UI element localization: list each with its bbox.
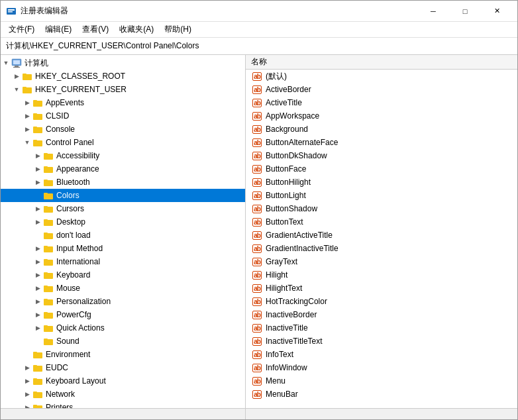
table-row[interactable]: abGradientInactiveTitle — [246, 242, 517, 255]
reg-entry-name: HotTrackingColor — [266, 297, 327, 306]
table-row[interactable]: abHotTrackingColor — [246, 295, 517, 308]
table-row[interactable]: abBackground — [246, 123, 517, 136]
table-row[interactable]: abInactiveTitle — [246, 321, 517, 335]
tree-row-international[interactable]: ▶ International — [1, 255, 245, 268]
reg-entry-name: InactiveTitleText — [266, 337, 323, 346]
table-row[interactable]: ab(默认) — [246, 70, 517, 83]
table-row[interactable]: abActiveTitle — [246, 96, 517, 109]
folder-icon-hkcr — [22, 71, 32, 81]
expander-international: ▶ — [32, 256, 43, 267]
title-bar-left: 注册表编辑器 — [6, 5, 68, 17]
tree-row-sound[interactable]: ▶ Sound — [1, 335, 245, 348]
table-row[interactable]: abHilight — [246, 268, 517, 282]
expander-clsid: ▶ — [22, 111, 32, 121]
right-pane[interactable]: 名称 ab(默认)abActiveBorderabActiveTitleabAp… — [246, 55, 517, 408]
expander-appevents: ▶ — [22, 97, 32, 108]
label-printers: Printers — [46, 403, 73, 408]
svg-rect-20 — [44, 153, 48, 155]
reg-entry-name: ButtonAlternateFace — [266, 138, 338, 147]
table-row[interactable]: abButtonHilight — [246, 176, 517, 189]
maximize-button[interactable]: □ — [450, 1, 480, 21]
table-row[interactable]: abInactiveTitleText — [246, 335, 517, 348]
svg-rect-4 — [13, 60, 20, 64]
tree-row-desktop[interactable]: ▶ Desktop — [1, 215, 245, 229]
table-row[interactable]: abInactiveBorder — [246, 308, 517, 321]
table-row[interactable]: abHilightText — [246, 282, 517, 295]
tree-row-hkcu[interactable]: ▼ HKEY_CURRENT_USER — [1, 83, 245, 96]
tree-row-printers[interactable]: ▶ Printers — [1, 401, 245, 408]
reg-ab-label: ab — [252, 152, 262, 160]
reg-ab-label: ab — [252, 337, 262, 346]
reg-entry-name: Hilight — [266, 270, 287, 280]
folder-icon — [32, 97, 43, 108]
label-quickactions: Quick Actions — [56, 323, 105, 333]
menu-file[interactable]: 文件(F) — [3, 23, 40, 36]
folder-icon — [32, 349, 43, 360]
close-button[interactable]: ✕ — [482, 1, 512, 21]
tree-row-inputmethod[interactable]: ▶ Input Method — [1, 242, 245, 255]
table-row[interactable]: abMenu — [246, 374, 517, 388]
table-row[interactable]: abInfoText — [246, 348, 517, 361]
reg-entry-name: ButtonDkShadow — [266, 151, 327, 160]
tree-row-cursors[interactable]: ▶ Cursors — [1, 202, 245, 215]
tree-row-controlpanel[interactable]: ▼ Control Panel — [1, 136, 245, 149]
left-pane[interactable]: ▼ 计算机 — [1, 55, 246, 408]
expander-console: ▶ — [22, 124, 32, 134]
table-row[interactable]: abButtonFace — [246, 162, 517, 176]
tree-row-appearance[interactable]: ▶ Appearance — [1, 162, 245, 176]
horizontal-scroll-area[interactable] — [1, 408, 517, 419]
tree-row-mouse[interactable]: ▶ Mouse — [1, 282, 245, 295]
tree-row-bluetooth[interactable]: ▶ Bluetooth — [1, 176, 245, 189]
reg-ab-label: ab — [252, 311, 262, 319]
tree-row-computer[interactable]: ▼ 计算机 — [1, 56, 245, 70]
tree-row-accessibility[interactable]: ▶ Accessibility — [1, 149, 245, 162]
table-row[interactable]: abAppWorkspace — [246, 109, 517, 123]
table-row[interactable]: abButtonShadow — [246, 202, 517, 215]
tree-row-colors[interactable]: ▶ Colors — [1, 189, 245, 202]
folder-icon — [32, 124, 43, 134]
reg-type-icon: ab — [251, 242, 263, 254]
table-row[interactable]: abButtonLight — [246, 189, 517, 202]
tree-row-console[interactable]: ▶ Console — [1, 123, 245, 136]
table-row[interactable]: abInfoWindow — [246, 361, 517, 374]
tree-row-clsid[interactable]: ▶ CLSID — [1, 109, 245, 123]
left-hscroll[interactable] — [1, 408, 246, 419]
label-environment: Environment — [46, 350, 90, 359]
tree-row-eudc[interactable]: ▶ EUDC — [1, 361, 245, 374]
table-row[interactable]: abButtonText — [246, 215, 517, 229]
svg-rect-28 — [44, 206, 48, 208]
menu-view[interactable]: 查看(V) — [77, 23, 114, 36]
reg-type-icon: ab — [251, 110, 263, 122]
reg-type-icon: ab — [251, 150, 263, 162]
reg-ab-label: ab — [252, 165, 262, 174]
tree-row-network[interactable]: ▶ Network — [1, 388, 245, 401]
tree-row-quickactions[interactable]: ▶ Quick Actions — [1, 321, 245, 335]
tree-row-appevents[interactable]: ▶ AppEvents — [1, 96, 245, 109]
table-row[interactable]: abButtonAlternateFace — [246, 136, 517, 149]
minimize-button[interactable]: ─ — [418, 1, 448, 21]
svg-rect-50 — [33, 352, 37, 354]
table-row[interactable]: abActiveBorder — [246, 83, 517, 96]
menu-edit[interactable]: 编辑(E) — [40, 23, 77, 36]
tree-row-hkcr[interactable]: ▶ HKEY_CLASSES_ROOT — [1, 70, 245, 83]
reg-ab-label: ab — [252, 350, 262, 359]
menu-help[interactable]: 帮助(H) — [159, 23, 197, 36]
table-row[interactable]: abGrayText — [246, 255, 517, 268]
table-row[interactable]: abMenuBar — [246, 388, 517, 401]
right-hscroll[interactable] — [246, 408, 517, 419]
label-mouse: Mouse — [56, 284, 80, 293]
menu-favorites[interactable]: 收藏夹(A) — [114, 23, 159, 36]
tree-row-keyboardlayout[interactable]: ▶ Keyboard Layout — [1, 374, 245, 388]
tree-row-keyboard[interactable]: ▶ Keyboard — [1, 268, 245, 282]
svg-rect-2 — [8, 11, 13, 13]
reg-entry-name: GrayText — [266, 257, 297, 266]
table-row[interactable]: abButtonDkShadow — [246, 149, 517, 162]
tree-row-dontload[interactable]: ▶ don't load — [1, 229, 245, 242]
svg-rect-38 — [44, 272, 48, 274]
table-row[interactable]: abGradientActiveTitle — [246, 229, 517, 242]
tree-row-environment[interactable]: ▶ Environment — [1, 348, 245, 361]
reg-ab-label: ab — [252, 244, 262, 253]
tree-row-powercfg[interactable]: ▶ PowerCfg — [1, 308, 245, 321]
tree-row-personalization[interactable]: ▶ Personalization — [1, 295, 245, 308]
right-pane-header: 名称 — [246, 55, 517, 70]
